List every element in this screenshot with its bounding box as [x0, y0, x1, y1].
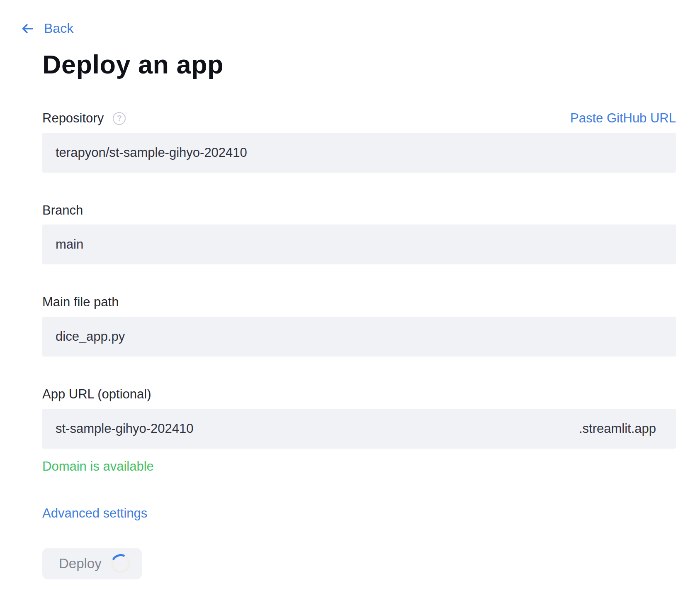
paste-github-url-link[interactable]: Paste GitHub URL — [570, 110, 676, 127]
repository-label-row: Repository ? Paste GitHub URL — [42, 110, 676, 127]
deploy-button[interactable]: Deploy — [42, 548, 142, 579]
branch-label-row: Branch — [42, 203, 676, 219]
repository-label: Repository — [42, 110, 104, 127]
main-file-path-label-row: Main file path — [42, 294, 676, 310]
arrow-left-icon — [20, 22, 36, 36]
domain-status-text: Domain is available — [42, 459, 676, 475]
app-url-label-row: App URL (optional) — [42, 386, 676, 403]
help-icon[interactable]: ? — [113, 112, 126, 125]
main-file-path-label: Main file path — [42, 294, 119, 310]
branch-input[interactable] — [42, 225, 676, 264]
branch-label: Branch — [42, 203, 83, 219]
page-title: Deploy an app — [42, 49, 700, 80]
app-url-field: .streamlit.app — [42, 409, 676, 449]
repository-input[interactable] — [42, 133, 676, 173]
back-link[interactable]: Back — [20, 21, 73, 36]
deploy-button-label: Deploy — [59, 556, 102, 571]
main-file-path-input[interactable] — [42, 317, 676, 357]
loading-spinner-icon — [109, 552, 133, 576]
back-label: Back — [44, 21, 73, 36]
app-url-label: App URL (optional) — [42, 386, 151, 403]
app-url-input[interactable] — [42, 409, 579, 449]
deploy-form: Repository ? Paste GitHub URL Branch Mai… — [42, 110, 676, 580]
app-url-suffix: .streamlit.app — [579, 421, 656, 436]
advanced-settings-link[interactable]: Advanced settings — [42, 506, 147, 522]
